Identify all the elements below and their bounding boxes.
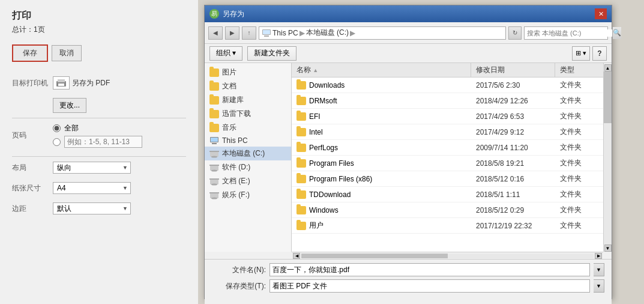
file-date-cell: 2017/5/6 2:30 (471, 80, 555, 91)
disk-icon-f (209, 191, 219, 199)
folder-icon (296, 112, 306, 121)
save-as-dialog: 易 另存为 ✕ ◀ ▶ ↑ This PC ▶ 本地磁盘 (C:) (204, 5, 612, 299)
sidebar-item-documents[interactable]: 文档 (205, 79, 291, 93)
file-date-cell: 2009/7/14 11:20 (471, 142, 555, 153)
sidebar-label-edrive: 文档 (E:) (222, 176, 250, 186)
disk-icon-e (209, 177, 219, 186)
file-name-cell: DRMsoft (292, 96, 471, 106)
custom-pages-radio[interactable] (53, 138, 61, 146)
sidebar-item-ddrive[interactable]: 软件 (D:) (205, 160, 291, 174)
column-type-header[interactable]: 类型 (555, 63, 603, 77)
print-save-button[interactable]: 保存 (12, 44, 48, 62)
file-type-cell: 文件夹 (555, 204, 603, 216)
printer-icon (53, 76, 70, 90)
table-row[interactable]: DRMsoft 2018/4/29 12:26 文件夹 (292, 93, 603, 109)
file-date-cell: 2018/5/1 1:11 (471, 189, 555, 200)
dialog-close-button[interactable]: ✕ (595, 8, 607, 19)
sidebar-item-edrive[interactable]: 文档 (E:) (205, 174, 291, 188)
scroll-down-btn[interactable]: ▼ (604, 245, 612, 252)
forward-button[interactable]: ▶ (225, 26, 239, 40)
address-breadcrumb: This PC ▶ 本地磁盘 (C:) ▶ (262, 28, 355, 38)
filetype-row: 保存类型(T): ▼ (212, 279, 604, 293)
filename-label: 文件名(N): (212, 265, 266, 275)
dialog-toolbar: ◀ ▶ ↑ This PC ▶ 本地磁盘 (C:) ▶ ↻ (205, 22, 612, 44)
sidebar-item-music[interactable]: 音乐 (205, 121, 291, 135)
paper-size-select-wrapper: A4 (53, 182, 131, 194)
search-bar: 🔍 (524, 26, 608, 40)
svg-point-16 (211, 183, 217, 185)
file-type-cell: 文件夹 (555, 94, 603, 107)
print-cancel-button[interactable]: 取消 (52, 45, 82, 61)
paper-size-row: 纸张尺寸 A4 (12, 182, 186, 194)
sidebar-label-fdrive: 娱乐 (F:) (222, 190, 250, 200)
sidebar-item-cdrive[interactable]: 本地磁盘 (C:) (205, 147, 291, 160)
table-row[interactable]: PerfLogs 2009/7/14 11:20 文件夹 (292, 140, 603, 156)
file-date-cell: 2017/4/29 9:12 (471, 127, 555, 138)
file-type-cell: 文件夹 (555, 126, 603, 138)
help-button[interactable]: ? (592, 46, 607, 61)
table-row[interactable]: Windows 2018/5/12 0:29 文件夹 (292, 202, 603, 218)
folder-icon (296, 175, 306, 183)
scroll-up-btn[interactable]: ▲ (604, 64, 612, 71)
folder-icon (296, 81, 306, 90)
file-date-cell: 2018/5/12 0:29 (471, 205, 555, 216)
svg-rect-2 (58, 84, 64, 86)
sidebar-item-thispc[interactable]: This PC (205, 135, 291, 147)
sidebar-item-newlib[interactable]: 新建库 (205, 93, 291, 107)
search-input[interactable] (525, 29, 612, 37)
sidebar-item-thunder[interactable]: 迅雷下载 (205, 107, 291, 121)
file-type-cell: 文件夹 (555, 172, 603, 185)
sidebar-item-pictures[interactable]: 图片 (205, 65, 291, 79)
filename-input[interactable] (269, 263, 590, 276)
table-row[interactable]: Program Files 2018/5/8 19:21 文件夹 (292, 156, 603, 171)
print-panel: 打印 总计：1页 保存 取消 目标打印机 另存为 PDF 更改... 页码 全部 (0, 0, 198, 304)
file-name-cell: EFI (292, 111, 471, 122)
column-date-header[interactable]: 修改日期 (471, 63, 555, 77)
scrollbar[interactable]: ▲ ▼ (603, 63, 612, 252)
filetype-dropdown[interactable]: ▼ (594, 279, 604, 293)
table-row[interactable]: TDDownload 2018/5/1 1:11 文件夹 (292, 187, 603, 202)
layout-select[interactable]: 纵向 (53, 162, 131, 174)
filename-dropdown[interactable]: ▼ (594, 263, 604, 276)
organize-button[interactable]: 组织 ▾ (209, 46, 242, 61)
svg-rect-17 (209, 178, 219, 180)
svg-rect-8 (212, 143, 217, 144)
all-pages-radio-row: 全部 (53, 123, 142, 133)
paper-size-label: 纸张尺寸 (12, 183, 48, 193)
table-row[interactable]: Program Files (x86) 2018/5/12 0:16 文件夹 (292, 171, 603, 187)
folder-icon (209, 68, 219, 77)
table-row[interactable]: Intel 2017/4/29 9:12 文件夹 (292, 124, 603, 140)
breadcrumb-sep2: ▶ (350, 29, 355, 37)
print-pages: 总计：1页 (12, 25, 186, 35)
all-pages-radio[interactable] (53, 124, 61, 132)
pages-label: 页码 (12, 130, 48, 141)
change-printer-button[interactable]: 更改... (53, 98, 86, 113)
scroll-left-btn[interactable]: ◀ (293, 253, 300, 259)
search-button[interactable]: 🔍 (612, 27, 621, 39)
folder-icon (209, 96, 219, 105)
margin-select[interactable]: 默认 (53, 202, 131, 214)
file-name-cell: PerfLogs (292, 142, 471, 153)
sidebar-label-newlib: 新建库 (222, 95, 244, 105)
svg-rect-14 (209, 165, 219, 166)
up-button[interactable]: ↑ (242, 26, 256, 40)
sidebar-item-fdrive[interactable]: 娱乐 (F:) (205, 188, 291, 202)
scroll-right-btn[interactable]: ▶ (595, 253, 602, 259)
folder-icon (296, 144, 306, 152)
new-folder-button[interactable]: 新建文件夹 (247, 46, 296, 61)
table-row[interactable]: 用户 2017/12/19 22:32 文件夹 (292, 218, 603, 234)
filetype-input[interactable] (269, 279, 590, 293)
column-name-header[interactable]: 名称 ▲ (292, 63, 471, 77)
computer-icon (262, 29, 271, 37)
file-name-cell: Windows (292, 205, 471, 216)
custom-pages-input[interactable] (64, 136, 142, 148)
sidebar-label-music: 音乐 (222, 123, 236, 133)
view-toggle-button[interactable]: ⊞ ▾ (572, 46, 590, 61)
file-name-cell: Program Files (292, 158, 471, 169)
table-row[interactable]: EFI 2017/4/29 6:53 文件夹 (292, 109, 603, 124)
back-button[interactable]: ◀ (208, 26, 223, 40)
table-row[interactable]: Downloads 2017/5/6 2:30 文件夹 (292, 78, 603, 93)
refresh-button[interactable]: ↻ (508, 26, 522, 40)
paper-size-select[interactable]: A4 (53, 182, 131, 194)
sidebar-label-ddrive: 软件 (D:) (222, 162, 250, 172)
